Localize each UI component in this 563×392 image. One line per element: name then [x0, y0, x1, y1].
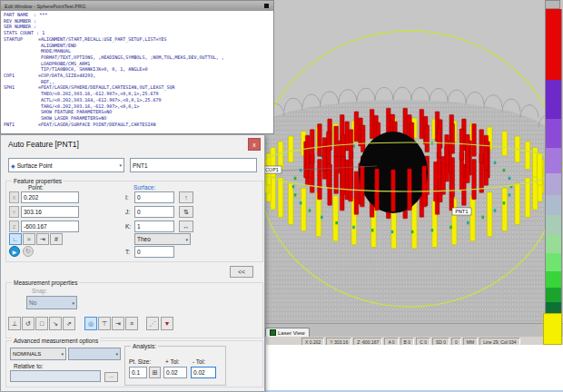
point-path-button[interactable]: ⋰	[146, 317, 159, 330]
vector-along-button[interactable]: ↔	[179, 220, 193, 232]
minus-tol-label: - Tol:	[193, 358, 205, 365]
crosshair-target-button[interactable]: ◎	[84, 317, 97, 330]
surface-i-input[interactable]: 0	[134, 191, 174, 203]
chevron-down-icon: ▾	[72, 300, 74, 306]
filter-button[interactable]: ▼	[161, 317, 173, 330]
chevron-down-icon: ▾	[115, 351, 118, 357]
close-button[interactable]: x	[248, 138, 261, 151]
chevron-down-icon: ▾	[185, 237, 188, 242]
code-line: FORMAT/TEXT,OPTIONS, ,HEADINGS,SYMBOLS, …	[4, 54, 273, 61]
color-scale-segment	[545, 271, 562, 288]
code-line: COP1=COP/DATA,SIZE=48293,	[4, 73, 273, 79]
x-axis-button[interactable]: X	[9, 191, 19, 203]
chart-button[interactable]: ⇗	[63, 317, 75, 330]
code-line: SPH1=FEAT/LASER/SPHERE/DEFAULT,CARTESIAN…	[4, 84, 273, 91]
laser-graphics-viewport[interactable]: COP1PNT1 wLaser View X 0.202Y 303.16Z -6…	[241, 0, 563, 345]
nominals-mode-dropdown: ▾	[68, 348, 121, 360]
measurement-properties-label: Measurement properties	[12, 279, 79, 286]
color-scale-segment	[545, 195, 562, 215]
surface-k-input[interactable]: 1	[134, 220, 174, 232]
deviation-color-scale	[545, 0, 560, 325]
t-input[interactable]: 0	[134, 246, 174, 258]
point-axis-mode-button[interactable]: ∟	[9, 233, 22, 245]
dialog-title: Auto Feature [PNT1]	[8, 140, 79, 149]
probe-size-icon[interactable]: ⊞	[149, 367, 161, 378]
code-line: TARG/<0.202,303.16,-612.907>,<0,0,1>	[4, 103, 273, 110]
pt-size-input[interactable]: 0.1	[129, 367, 147, 378]
code-area[interactable]: PART NAME : ***REV NUMBER :SER NUMBER :S…	[1, 11, 273, 134]
remeasure-button[interactable]: ↺	[22, 317, 35, 330]
view-tab-laser-view[interactable]: Laser View	[265, 328, 310, 337]
z-axis-button[interactable]: Z	[9, 220, 19, 232]
theo-dropdown[interactable]: Theo ▾	[134, 233, 191, 245]
point-measure-mode-button[interactable]: ≈	[23, 233, 35, 245]
color-scale-segment	[545, 119, 562, 148]
measure-point-button[interactable]: ⊥	[8, 317, 21, 330]
point-label: Point:	[28, 184, 44, 191]
surface-base-button[interactable]: ⊤	[98, 317, 111, 330]
color-scale-segment	[545, 173, 562, 195]
code-line: REF,,	[4, 79, 273, 85]
snap-dropdown: No ▾	[26, 296, 77, 309]
relative-to-field	[10, 370, 101, 382]
feature-properties-label: Feature properties	[12, 178, 64, 184]
auto-feature-dialog: Auto Feature [PNT1] x ◆ Surface Point ▾ …	[0, 134, 265, 392]
chevron-down-icon: ▾	[61, 351, 64, 357]
code-line: SHOW FEATURE PARAMETERS=NO	[4, 109, 273, 115]
color-scale-segment	[545, 80, 562, 120]
test-play-button[interactable]: ▶	[9, 246, 20, 257]
color-scale-header	[545, 0, 560, 9]
laser-scan-scene: COP1PNT1	[241, 0, 563, 323]
snap-value: No	[29, 299, 36, 306]
point-z-input[interactable]: -600.167	[21, 220, 79, 232]
nominals-dropdown[interactable]: NOMINALS ▾	[10, 348, 66, 360]
vector-from-surface-button[interactable]: ↑	[179, 191, 193, 203]
window-control-icon[interactable]	[264, 4, 269, 8]
edit-window-title: Edit Window - SpherePointTest.PRG	[5, 4, 85, 9]
edit-window[interactable]: Edit Window - SpherePointTest.PRG PART N…	[0, 0, 274, 134]
feature-name-input[interactable]	[130, 158, 257, 172]
color-scale-out-of-range-block	[543, 313, 562, 345]
advanced-options-label: Advanced measurement options	[12, 338, 100, 344]
plus-tol-label: + Tol:	[165, 358, 180, 365]
code-line: ACTL/<0.202,303.164,-612.907>,<0,0,1>,25…	[4, 97, 273, 103]
analysis-group: Analysis:	[124, 346, 226, 386]
t-label: T:	[125, 249, 130, 255]
point-y-input[interactable]: 303.16	[21, 206, 79, 218]
code-line: PART NAME : ***	[4, 12, 273, 18]
pnt1-label: PNT1	[455, 209, 468, 214]
curve-jump-button[interactable]: ↘	[49, 317, 62, 330]
color-scale-segment	[545, 148, 562, 173]
levels-button[interactable]: ≡	[125, 317, 138, 330]
box-select-button[interactable]: □	[35, 317, 48, 330]
surface-label[interactable]: Surface:	[133, 184, 155, 191]
feature-type-dropdown[interactable]: ◆ Surface Point ▾	[8, 158, 124, 172]
browse-button[interactable]: ...	[104, 372, 118, 382]
plus-tol-input[interactable]: 0.02	[163, 367, 187, 378]
minus-tol-input[interactable]: 0.02	[191, 367, 216, 378]
edit-window-title-bar[interactable]: Edit Window - SpherePointTest.PRG	[1, 1, 273, 11]
theo-value: Theo	[137, 236, 151, 242]
analysis-label: Analysis:	[131, 343, 158, 349]
point-x-input[interactable]: 0.202	[21, 191, 79, 203]
code-line: ALIGNMENT/END	[4, 43, 273, 49]
flip-vector-button[interactable]: ⇅	[179, 206, 193, 218]
code-line: SHOW_LASER_PARAMETERS=NO	[4, 115, 273, 122]
i-label: I:	[125, 194, 129, 201]
collapse-button[interactable]: <<	[230, 266, 253, 278]
nominals-value: NOMINALS	[13, 351, 41, 357]
feature-type-value: Surface Point	[17, 162, 53, 169]
offset-distance-button[interactable]: ⇥	[112, 317, 124, 330]
point-grid-mode-button[interactable]: #	[50, 233, 63, 245]
cop1-label: COP1	[265, 167, 279, 172]
code-line: PNT1=FEAT/LASER/SURFACE POINT/DEFAULT,CA…	[4, 122, 273, 128]
y-axis-button[interactable]: Y	[9, 206, 19, 218]
color-scale-segment	[545, 235, 562, 254]
report-area	[265, 345, 563, 390]
j-label: J:	[125, 209, 130, 215]
surface-j-input[interactable]: 0	[134, 206, 174, 218]
view-tab-bar: wLaser View	[241, 323, 563, 337]
point-offset-mode-button[interactable]: ⇥	[36, 233, 49, 245]
regenerate-button[interactable]: ↻	[23, 246, 34, 257]
color-scale-segment	[545, 9, 562, 80]
